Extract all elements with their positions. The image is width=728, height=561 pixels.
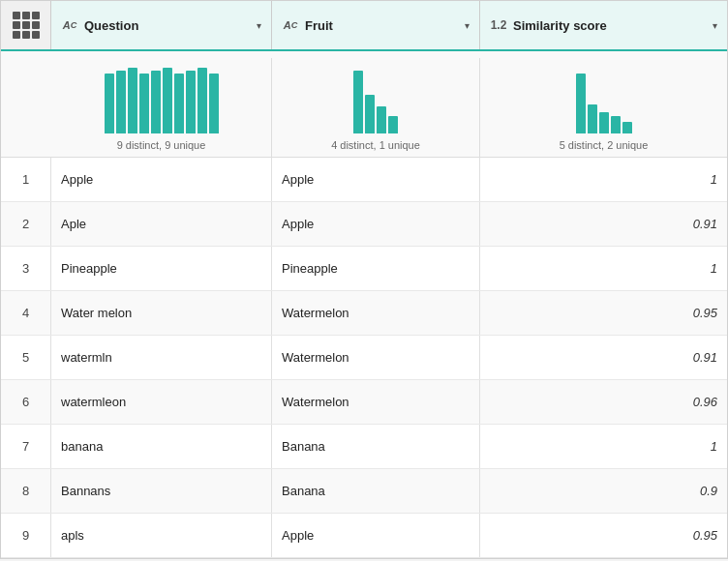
- data-rows-container: 1 Apple Apple 1 2 Aple Apple 0.91 3 Pine…: [1, 158, 727, 558]
- cell-question: apls: [51, 514, 272, 557]
- cell-score: 0.91: [480, 202, 727, 246]
- bar: [365, 95, 375, 133]
- cell-fruit: Apple: [272, 158, 480, 201]
- bar-chart-score: [576, 66, 632, 133]
- grid-icon: [13, 12, 40, 39]
- table-row: 3 Pineapple Pineapple 1: [1, 247, 727, 291]
- header-question-label: AC Question: [61, 16, 138, 34]
- cell-score: 0.91: [480, 336, 727, 379]
- preview-score: 5 distinct, 2 unique: [480, 58, 727, 157]
- row-number: 3: [1, 247, 51, 290]
- bar: [139, 74, 149, 133]
- cell-question: Apple: [51, 158, 272, 201]
- header-question-text: Question: [84, 18, 138, 33]
- bar-chart-question: [105, 66, 219, 133]
- table-row: 6 watermleon Watermelon 0.96: [1, 380, 727, 425]
- bar: [105, 74, 114, 133]
- cell-score: 0.9: [480, 469, 727, 513]
- type-icon-question: AC: [61, 16, 78, 34]
- bar: [174, 74, 184, 133]
- cell-fruit: Banana: [272, 425, 480, 468]
- row-number: 8: [1, 469, 51, 513]
- data-table: AC Question ▾ AC Fruit ▾ 1.2 Similarity …: [0, 0, 728, 559]
- bar: [128, 68, 137, 133]
- header-score[interactable]: 1.2 Similarity score ▾: [480, 1, 727, 49]
- bar: [576, 74, 586, 133]
- preview-label-question: 9 distinct, 9 unique: [117, 139, 206, 151]
- preview-question: 9 distinct, 9 unique: [51, 58, 272, 157]
- table-row: 2 Aple Apple 0.91: [1, 202, 727, 247]
- cell-fruit: Apple: [272, 514, 480, 557]
- bar: [151, 71, 161, 133]
- cell-score: 0.96: [480, 380, 727, 424]
- cell-score: 1: [480, 425, 727, 468]
- cell-question: Bannans: [51, 469, 272, 513]
- preview-label-fruit: 4 distinct, 1 unique: [331, 139, 420, 151]
- chevron-score-icon: ▾: [713, 20, 717, 31]
- cell-question: watermleon: [51, 380, 272, 424]
- bar: [588, 104, 597, 133]
- cell-fruit: Watermelon: [272, 380, 480, 424]
- table-row: 5 watermln Watermelon 0.91: [1, 336, 727, 380]
- bar: [611, 116, 621, 133]
- table-row: 4 Water melon Watermelon 0.95: [1, 291, 727, 336]
- preview-fruit: 4 distinct, 1 unique: [272, 58, 480, 157]
- cell-question: Pineapple: [51, 247, 272, 290]
- bar: [209, 74, 219, 133]
- cell-question: Water melon: [51, 291, 272, 335]
- cell-question: banana: [51, 425, 272, 468]
- bar-chart-fruit: [353, 66, 398, 133]
- row-number: 4: [1, 291, 51, 335]
- chevron-fruit-icon: ▾: [465, 20, 470, 31]
- row-number: 6: [1, 380, 51, 424]
- preview-label-score: 5 distinct, 2 unique: [560, 139, 649, 151]
- cell-fruit: Watermelon: [272, 291, 480, 335]
- type-icon-score: 1.2: [490, 16, 507, 34]
- cell-fruit: Pineapple: [272, 247, 480, 290]
- row-number: 9: [1, 514, 51, 557]
- cell-score: 0.95: [480, 291, 727, 335]
- row-number: 5: [1, 336, 51, 379]
- header-fruit[interactable]: AC Fruit ▾: [272, 1, 480, 49]
- row-number: 2: [1, 202, 51, 246]
- header-fruit-text: Fruit: [305, 18, 333, 33]
- header-row: AC Question ▾ AC Fruit ▾ 1.2 Similarity …: [1, 1, 727, 51]
- chevron-question-icon: ▾: [257, 20, 261, 31]
- bar: [197, 68, 207, 133]
- preview-row: 9 distinct, 9 unique 4 distinct, 1 uniqu…: [1, 51, 727, 158]
- bar: [116, 71, 126, 133]
- cell-fruit: Watermelon: [272, 336, 480, 379]
- bar: [186, 71, 196, 133]
- bar: [163, 68, 172, 133]
- cell-score: 1: [480, 158, 727, 201]
- table-row: 1 Apple Apple 1: [1, 158, 727, 202]
- bar: [622, 122, 632, 133]
- table-icon-cell: [1, 1, 51, 49]
- row-number: 7: [1, 425, 51, 468]
- cell-question: Aple: [51, 202, 272, 246]
- header-score-label: 1.2 Similarity score: [490, 16, 607, 34]
- header-score-text: Similarity score: [513, 18, 607, 33]
- cell-score: 1: [480, 247, 727, 290]
- cell-fruit: Apple: [272, 202, 480, 246]
- bar: [599, 112, 609, 133]
- bar: [377, 106, 386, 133]
- bar: [388, 116, 398, 133]
- header-question[interactable]: AC Question ▾: [51, 1, 272, 49]
- table-row: 9 apls Apple 0.95: [1, 514, 727, 558]
- cell-question: watermln: [51, 336, 272, 379]
- table-row: 7 banana Banana 1: [1, 425, 727, 469]
- type-icon-fruit: AC: [282, 16, 299, 34]
- header-fruit-label: AC Fruit: [282, 16, 333, 34]
- bar: [353, 71, 363, 133]
- cell-fruit: Banana: [272, 469, 480, 513]
- row-number: 1: [1, 158, 51, 201]
- cell-score: 0.95: [480, 514, 727, 557]
- table-row: 8 Bannans Banana 0.9: [1, 469, 727, 514]
